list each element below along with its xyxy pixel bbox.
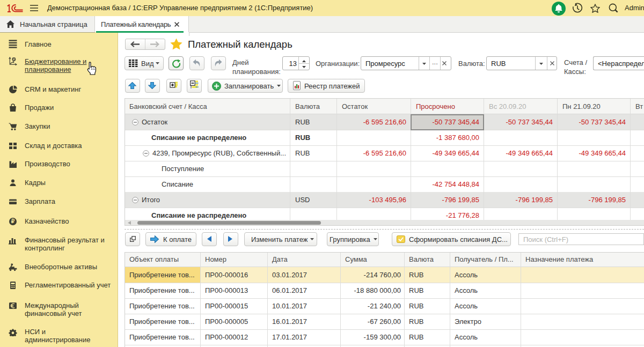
svg-text:₽: ₽ — [11, 218, 15, 224]
